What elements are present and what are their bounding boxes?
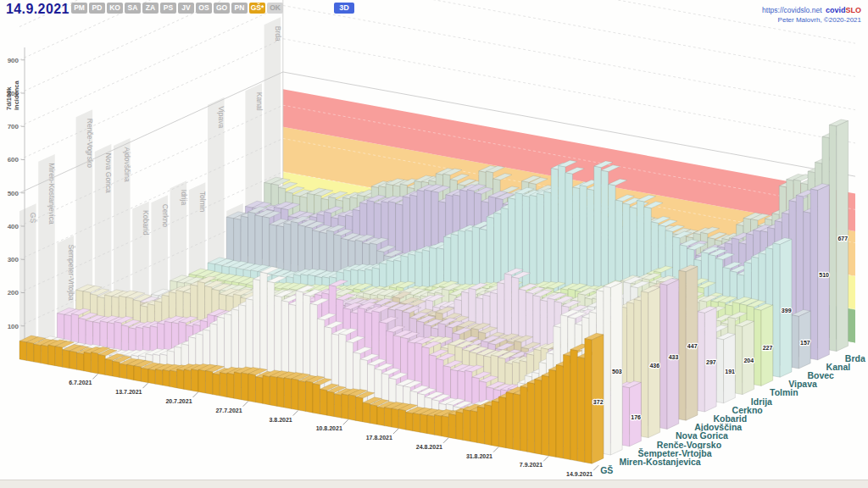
region-button-pd[interactable]: PD [89,3,105,14]
region-button-bar: PMPDKOSAZAPSJVOSGOPNGŠ*OK [71,3,283,14]
series-final-value: 447 [687,343,698,349]
municipality-label: GŠ [600,465,613,475]
back-band-label: Idrija [180,190,188,206]
series-final-value: 677 [837,236,848,241]
series-final-value: 399 [782,308,792,313]
region-button-ps[interactable]: PS [160,3,176,14]
y-axis-title: 7d/100k [5,86,13,110]
region-button-gš[interactable]: GŠ* [249,3,265,14]
series-final-value: 436 [649,363,659,369]
y-tick-label: 400 [8,223,19,230]
series-final-value: 191 [725,369,735,374]
region-button-pm[interactable]: PM [71,3,87,14]
credits-block: https://covidslo.net covidSLO Peter Malo… [762,3,861,25]
series-final-value: 157 [800,340,810,346]
date-tick-label: 20.7.2021 [165,398,192,404]
current-date: 14.9.2021 [6,2,70,16]
y-tick-label: 700 [8,123,19,130]
date-tick-label: 3.8.2021 [269,417,292,423]
date-tick-label: 6.7.2021 [69,380,92,385]
y-tick-label: 200 [8,289,19,297]
back-band-label: Šempeter-Vrtojba [67,245,75,302]
region-button-jv[interactable]: JV [178,3,194,14]
series-final-value: 176 [631,414,641,420]
region-button-pn[interactable]: PN [231,3,248,14]
municipality-label: Miren-Kostanjevica [619,457,700,467]
municipality-label: Tolmin [770,387,798,397]
series-final-value: 503 [612,369,622,374]
y-tick-label: 300 [8,256,19,263]
back-band-label: Tolmin [198,191,207,213]
region-button-os[interactable]: OS [196,3,212,14]
date-tick-label: 13.7.2021 [115,389,142,395]
back-band-label: Kanal [255,92,264,111]
back-band-label: Miren-Kostanjevica [47,163,56,225]
y-tick-label: 600 [8,156,19,164]
date-tick-label: 7.9.2021 [520,462,542,468]
y-tick-label: 900 [8,57,19,64]
region-button-ko[interactable]: KO [107,3,123,14]
y-tick-label: 500 [8,190,19,197]
series-final-value: 297 [706,359,716,365]
series-final-value: 433 [669,354,679,360]
region-button-za[interactable]: ZA [142,3,159,14]
chart-3d-canvas[interactable]: GŠMiren-KostanjevicaŠempeter-VrtojbaRenč… [0,0,868,488]
back-band-label: Cerkno [161,204,170,228]
series-final-value: 204 [743,358,754,363]
back-band-label: Nova Gorica [104,153,113,194]
series-final-value: 227 [763,345,773,351]
series-final-value: 510 [819,272,829,278]
back-band-label: Brda [274,26,282,42]
date-tick-label: 31.8.2021 [466,453,492,459]
y-tick-label: 100 [8,323,19,330]
mode-3d-button[interactable]: 3D [334,3,354,14]
bottom-strip [0,480,868,488]
series-final-value: 372 [593,399,604,405]
date-tick-label: 17.8.2021 [366,435,392,441]
brand-logo: covidSLO [826,6,861,14]
region-button-sa[interactable]: SA [125,3,141,14]
back-band-label: Vipava [217,106,225,128]
site-link[interactable]: https://covidslo.net [762,6,821,14]
date-tick-label: 24.8.2021 [416,444,442,450]
author-credit: Peter Malovrh, ©2020-2021 [762,15,861,25]
date-tick-label: 10.8.2021 [316,425,342,431]
back-band-label: Kobarid [142,210,150,236]
region-button-ok[interactable]: OK [267,3,283,14]
region-button-go[interactable]: GO [214,3,230,14]
covidslo-3d-incidence-app: 14.9.2021tor PMPDKOSAZAPSJVOSGOPNGŠ*OK 3… [0,0,868,488]
title-block: 14.9.2021tor [6,2,79,17]
back-band-label: GŠ [29,213,37,224]
y-axis-title-2: incidenca [13,80,20,110]
date-tick-label: 27.7.2021 [215,408,242,413]
date-tick-label: 14.9.2021 [566,471,593,477]
